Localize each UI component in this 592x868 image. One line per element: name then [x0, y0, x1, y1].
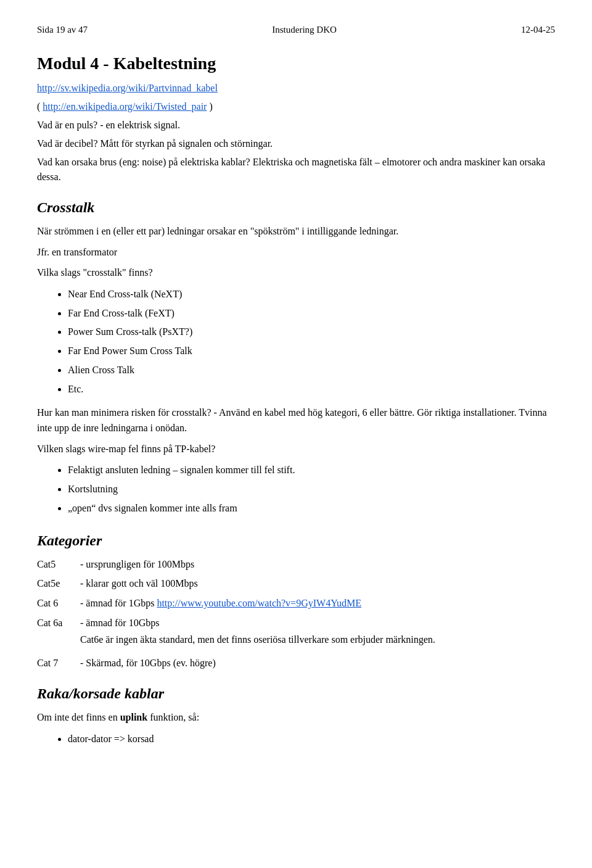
cat6-desc: - ämnad för 1Gbps http://www.youtube.com… — [80, 595, 555, 611]
header-left: Sida 19 av 47 — [37, 25, 88, 35]
list-item: Power Sum Cross-talk (PsXT?) — [68, 323, 555, 341]
crosstalk-bullet-list: Near End Cross-talk (NeXT) Far End Cross… — [68, 286, 555, 399]
list-item: Far End Power Sum Cross Talk — [68, 342, 555, 360]
raka-korsade-title: Raka/korsade kablar — [37, 685, 555, 702]
cat6a-label: Cat 6a — [37, 615, 74, 651]
kategorier-title: Kategorier — [37, 532, 555, 549]
link-partvinnad[interactable]: http://sv.wikipedia.org/wiki/Partvinnad_… — [37, 83, 218, 93]
list-item: Near End Cross-talk (NeXT) — [68, 286, 555, 304]
cat6e-note: Cat6e är ingen äkta standard, men det fi… — [80, 632, 555, 648]
raka-korsade-list: dator-dator => korsad — [68, 730, 555, 748]
wiremap-title: Vilken slags wire-map fel finns på TP-ka… — [37, 441, 555, 457]
raka-korsade-desc: Om inte det finns en uplink funktion, så… — [37, 709, 555, 725]
crosstalk-desc3: Vilka slags "crosstalk" finns? — [37, 265, 555, 281]
list-item: dator-dator => korsad — [68, 730, 555, 748]
header-right: 12-04-25 — [521, 25, 555, 35]
crosstalk-desc2: Jfr. en transformator — [37, 244, 555, 260]
wiremap-bullet-list: Felaktigt ansluten ledning – signalen ko… — [68, 461, 555, 517]
cat5e-desc: - klarar gott och väl 100Mbps — [80, 576, 555, 592]
cat7-desc: - Skärmad, för 10Gbps (ev. högre) — [80, 655, 555, 671]
crosstalk-minimize: Hur kan man minimera risken för crosstal… — [37, 405, 555, 436]
list-item: „open“ dvs signalen kommer inte alls fra… — [68, 500, 555, 518]
cat6-label: Cat 6 — [37, 595, 74, 611]
cat6a-desc: - ämnad för 10Gbps Cat6e är ingen äkta s… — [80, 615, 555, 651]
link-line-2: ( http://en.wikipedia.org/wiki/Twisted_p… — [37, 99, 555, 114]
list-item: Etc. — [68, 381, 555, 399]
cat6-link[interactable]: http://www.youtube.com/watch?v=9GyIW4Yud… — [157, 598, 361, 608]
list-item: Far End Cross-talk (FeXT) — [68, 305, 555, 323]
crosstalk-desc1: När strömmen i en (eller ett par) lednin… — [37, 223, 555, 239]
cat5e-label: Cat5e — [37, 576, 74, 592]
link-line-1: http://sv.wikipedia.org/wiki/Partvinnad_… — [37, 81, 555, 96]
intro-line1: Vad är en puls? - en elektrisk signal. — [37, 118, 555, 133]
list-item: Kortslutning — [68, 481, 555, 498]
link-twisted-pair[interactable]: http://en.wikipedia.org/wiki/Twisted_pai… — [43, 101, 207, 112]
kategorier-grid: Cat5 - ursprungligen för 100Mbps Cat5e -… — [37, 556, 555, 671]
intro-line2: Vad är decibel? Mått för styrkan på sign… — [37, 136, 555, 151]
intro-line3: Vad kan orsaka brus (eng: noise) på elek… — [37, 155, 555, 184]
cat7-label: Cat 7 — [37, 655, 74, 671]
crosstalk-title: Crosstalk — [37, 199, 555, 216]
page-header: Sida 19 av 47 Instudering DKO 12-04-25 — [37, 25, 555, 35]
main-title: Modul 4 - Kabeltestning — [37, 54, 555, 73]
header-center: Instudering DKO — [272, 25, 337, 35]
list-item: Felaktigt ansluten ledning – signalen ko… — [68, 461, 555, 479]
list-item: Alien Cross Talk — [68, 362, 555, 379]
cat5-desc: - ursprungligen för 100Mbps — [80, 556, 555, 572]
cat5-label: Cat5 — [37, 556, 74, 572]
